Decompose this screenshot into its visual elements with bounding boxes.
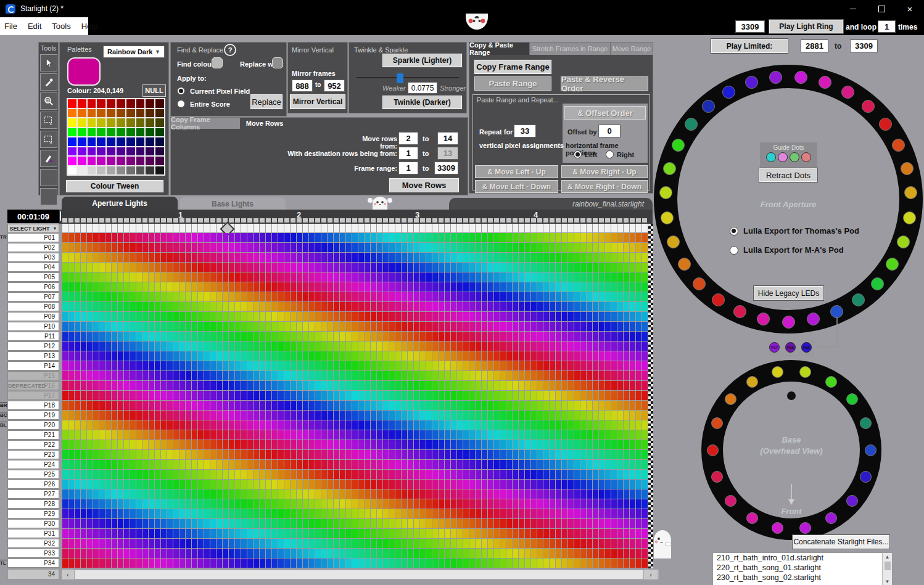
grid-cell[interactable] xyxy=(155,509,160,518)
grid-cell[interactable] xyxy=(346,272,352,282)
grid-cell[interactable] xyxy=(328,411,333,420)
grid-cell[interactable] xyxy=(451,420,456,430)
grid-cell[interactable] xyxy=(334,332,339,341)
grid-cell[interactable] xyxy=(149,371,154,380)
grid-cell[interactable] xyxy=(426,351,432,361)
grid-cell[interactable] xyxy=(161,243,167,252)
grid-cell[interactable] xyxy=(217,282,222,292)
palette-swatch[interactable] xyxy=(88,118,96,127)
grid-cell[interactable] xyxy=(247,253,253,262)
grid-cell[interactable] xyxy=(62,539,68,548)
grid-cell[interactable] xyxy=(266,391,271,400)
grid-cell[interactable] xyxy=(414,263,419,272)
grid-cell[interactable] xyxy=(556,361,561,370)
marker-cell[interactable] xyxy=(124,224,130,232)
grid-cell[interactable] xyxy=(358,243,364,252)
grid-cell[interactable] xyxy=(309,243,315,252)
grid-cell[interactable] xyxy=(395,351,401,361)
grid-cell[interactable] xyxy=(81,460,86,469)
grid-cell[interactable] xyxy=(297,282,302,292)
grid-cell[interactable] xyxy=(574,401,580,410)
grid-cell[interactable] xyxy=(75,381,80,390)
grid-cell[interactable] xyxy=(352,351,358,361)
grid-horizontal-scrollbar[interactable]: ‹ › xyxy=(62,570,659,579)
grid-cell[interactable] xyxy=(476,411,481,420)
pointer-tool-button[interactable] xyxy=(40,54,57,72)
grid-cell[interactable] xyxy=(457,529,463,538)
grid-cell[interactable] xyxy=(389,420,395,430)
grid-cell[interactable] xyxy=(241,401,247,410)
grid-cell[interactable] xyxy=(124,450,130,459)
grid-cell[interactable] xyxy=(642,233,648,242)
grid-cell[interactable] xyxy=(377,401,382,410)
grid-cell[interactable] xyxy=(284,558,290,568)
grid-cell[interactable] xyxy=(377,342,382,351)
grid-cell[interactable] xyxy=(358,272,364,282)
move-right-up-button[interactable]: & Move Right - Up xyxy=(561,165,648,178)
grid-cell[interactable] xyxy=(198,420,204,430)
grid-cell[interactable] xyxy=(179,499,185,509)
grid-cell[interactable] xyxy=(272,401,278,410)
grid-cell[interactable] xyxy=(99,243,105,252)
grid-cell[interactable] xyxy=(377,332,382,341)
grid-cell[interactable] xyxy=(241,470,247,479)
grid-cell[interactable] xyxy=(395,440,401,449)
grid-cell[interactable] xyxy=(93,558,99,568)
grid-cell[interactable] xyxy=(531,480,537,489)
grid-cell[interactable] xyxy=(291,450,296,459)
grid-cell[interactable] xyxy=(272,332,278,341)
grid-cell[interactable] xyxy=(149,351,154,361)
grid-cell[interactable] xyxy=(167,361,173,370)
grid-cell[interactable] xyxy=(235,519,241,528)
grid-cell[interactable] xyxy=(642,272,648,282)
grid-cell[interactable] xyxy=(229,549,234,558)
grid-cell[interactable] xyxy=(537,391,543,400)
grid-cell[interactable] xyxy=(593,282,598,292)
grid-cell[interactable] xyxy=(68,342,74,351)
grid-cell[interactable] xyxy=(624,489,629,499)
grid-cell[interactable] xyxy=(550,292,555,301)
grid-cell[interactable] xyxy=(315,519,321,528)
grid-cell[interactable] xyxy=(260,519,265,528)
grid-cell[interactable] xyxy=(328,292,333,301)
grid-cell[interactable] xyxy=(235,342,241,351)
grid-cell[interactable] xyxy=(457,430,463,440)
grid-cell[interactable] xyxy=(315,460,321,469)
grid-cell[interactable] xyxy=(99,529,105,538)
grid-cell[interactable] xyxy=(297,243,302,252)
grid-cell[interactable] xyxy=(611,539,617,548)
grid-cell[interactable] xyxy=(136,558,142,568)
grid-cell[interactable] xyxy=(328,351,333,361)
grid-cell[interactable] xyxy=(284,233,290,242)
grid-cell[interactable] xyxy=(500,401,506,410)
grid-cell[interactable] xyxy=(321,263,327,272)
grid-cell[interactable] xyxy=(303,450,308,459)
grid-cell[interactable] xyxy=(266,470,271,479)
grid-cell[interactable] xyxy=(445,460,450,469)
grid-cell[interactable] xyxy=(161,371,167,380)
grid-cell[interactable] xyxy=(494,519,500,528)
grid-cell[interactable] xyxy=(383,233,389,242)
grid-cell[interactable] xyxy=(303,361,308,370)
grid-cell[interactable] xyxy=(537,430,543,440)
grid-cell[interactable] xyxy=(136,302,142,311)
grid-cell[interactable] xyxy=(315,312,321,321)
grid-cell[interactable] xyxy=(550,322,555,331)
grid-cell[interactable] xyxy=(217,450,222,459)
grid-cell[interactable] xyxy=(118,233,123,242)
grid-cell[interactable] xyxy=(142,322,148,331)
grid-cell[interactable] xyxy=(630,549,635,558)
grid-cell[interactable] xyxy=(303,282,308,292)
grid-cell[interactable] xyxy=(192,332,197,341)
grid-cell[interactable] xyxy=(340,243,345,252)
grid-cell[interactable] xyxy=(278,233,284,242)
grid-cell[interactable] xyxy=(469,519,475,528)
grid-cell[interactable] xyxy=(334,411,339,420)
grid-cell[interactable] xyxy=(334,272,339,282)
grid-cell[interactable] xyxy=(303,243,308,252)
grid-cell[interactable] xyxy=(494,440,500,449)
grid-cell[interactable] xyxy=(173,509,179,518)
grid-cell[interactable] xyxy=(500,233,506,242)
grid-cell[interactable] xyxy=(408,351,413,361)
grid-cell[interactable] xyxy=(402,401,407,410)
